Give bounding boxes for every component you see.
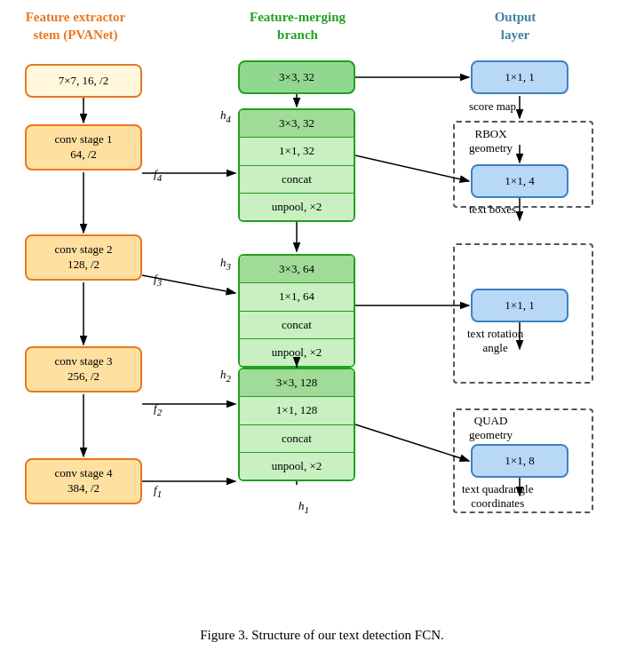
mg2-row2: 1×1, 64 <box>240 283 354 311</box>
mg1-row4: unpool, ×2 <box>240 194 354 220</box>
label-h2: h2 <box>220 368 231 384</box>
label-textboxes: text boxes <box>469 202 516 217</box>
stem-box-0: 7×7, 16, /2 <box>25 64 142 98</box>
label-rbox-geometry: RBOXgeometry <box>469 127 513 155</box>
svg-line-17 <box>355 424 469 461</box>
label-scoremap: score map <box>469 99 516 114</box>
label-rotation: text rotationangle <box>467 327 523 355</box>
figure-caption: Figure 3. Structure of our text detectio… <box>0 628 644 643</box>
dashed-box-quad-text <box>453 243 593 384</box>
mg3-row2: 1×1, 128 <box>240 397 354 424</box>
stem-box-3-text: conv stage 3256, /2 <box>55 354 113 384</box>
label-h3: h3 <box>220 256 231 272</box>
output-box-1: 1×1, 1 <box>471 60 568 94</box>
merge-group-2: 3×3, 64 1×1, 64 concat unpool, ×2 <box>238 254 355 368</box>
mg3-row1: 3×3, 128 <box>240 369 354 397</box>
stem-box-2: conv stage 2128, /2 <box>25 234 142 281</box>
svg-line-15 <box>355 155 469 181</box>
stem-box-4-text: conv stage 4384, /2 <box>55 466 113 496</box>
label-h1: h1 <box>298 499 309 515</box>
label-f3: f3 <box>154 272 162 288</box>
label-f2: f2 <box>154 401 162 417</box>
output-box-1-text: 1×1, 1 <box>505 70 534 85</box>
merge-top-box: 3×3, 32 <box>238 60 355 94</box>
stem-box-0-text: 7×7, 16, /2 <box>59 74 108 89</box>
merge-group-3: 3×3, 128 1×1, 128 concat unpool, ×2 <box>238 368 355 481</box>
label-h4: h4 <box>220 108 231 124</box>
diagram: Feature extractorstem (PVANet) Feature-m… <box>0 0 644 650</box>
label-quad-geometry: QUADgeometry <box>469 414 513 442</box>
mg2-row3: concat <box>240 312 354 339</box>
mg2-row4: unpool, ×2 <box>240 339 354 366</box>
stem-box-2-text: conv stage 2128, /2 <box>55 242 113 273</box>
merge-top-text: 3×3, 32 <box>279 70 314 85</box>
stem-box-1-text: conv stage 164, /2 <box>55 132 113 162</box>
mg3-row4: unpool, ×2 <box>240 453 354 480</box>
col3-label: Outputlayer <box>444 9 586 44</box>
mg3-row3: concat <box>240 425 354 453</box>
mg1-row3: concat <box>240 166 354 194</box>
col2-label: Feature-mergingbranch <box>227 9 369 44</box>
stem-box-4: conv stage 4384, /2 <box>25 458 142 504</box>
stem-box-3: conv stage 3256, /2 <box>25 346 142 392</box>
col1-label: Feature extractorstem (PVANet) <box>9 9 142 44</box>
label-f4: f4 <box>154 167 162 183</box>
label-quad-coords: text quadranglecoordinates <box>462 482 534 511</box>
mg1-row1: 3×3, 32 <box>240 110 354 138</box>
mg2-row1: 3×3, 64 <box>240 256 354 283</box>
label-f1: f1 <box>154 483 162 499</box>
stem-box-1: conv stage 164, /2 <box>25 124 142 170</box>
mg1-row2: 1×1, 32 <box>240 138 354 165</box>
merge-group-1: 3×3, 32 1×1, 32 concat unpool, ×2 <box>238 108 355 222</box>
